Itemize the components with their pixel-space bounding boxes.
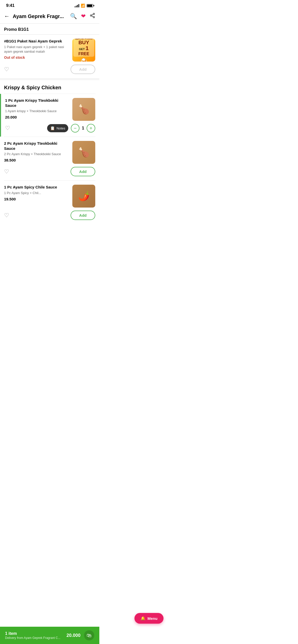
menu-item-krispy1-text: 1 Pc Ayam Krispy Tteokbokki Sauce 1 Ayam… [5,98,69,121]
notes-button[interactable]: 📋 Notes [47,124,68,132]
header: ← Ayam Geprek Fragr... 🔍 ❤ [0,10,99,23]
menu-item-b1g1-title: #B1G1 Paket Nasi Ayam Geprek [4,39,69,44]
menu-item-krispy2: 2 Pc Ayam Krispy Tteokbokki Sauce 2 Pc A… [0,137,99,180]
share-icon[interactable] [90,13,95,20]
b1g1-like-button[interactable]: ♡ [4,66,9,73]
promo-section-label: Promo B1G1 [0,24,99,34]
menu-item-krispy2-text: 2 Pc Ayam Krispy Tteokbokki Sauce 2 Pc A… [4,141,69,164]
krispy2-food-emoji: 🍗 [78,147,90,158]
menu-item-b1g1: #B1G1 Paket Nasi Ayam Geprek 1 Paket nas… [0,35,99,78]
menu-item-krispy1-content: 1 Pc Ayam Krispy Tteokbokki Sauce 1 Ayam… [5,98,95,121]
status-icons: 📶 [75,4,93,8]
b1g1-actions: ♡ Add [4,65,95,74]
section-divider [0,78,99,80]
page-title: Ayam Geprek Fragr... [13,13,70,19]
spicy-add-button[interactable]: Add [71,211,95,220]
signal-icon [75,4,79,7]
krispy2-add-button[interactable]: Add [71,167,95,176]
notes-icon: 📋 [50,126,55,130]
qty-increase-button[interactable]: + [87,124,95,133]
menu-item-spicy-price: 19.500 [4,197,69,201]
b1g1-promo-image: Special Promo BUY GET 1 FREE 🍛 [72,39,95,62]
krispy1-image: 🍗 [72,98,95,121]
menu-item-spicy-text: 1 Pc Ayam Spicy Chile Sauce 1 Pc Ayam Sp… [4,185,69,208]
back-button[interactable]: ← [4,13,10,20]
krispy-section-header: Krispy & Spicy Chicken [0,80,99,94]
qty-decrease-button[interactable]: − [71,124,79,133]
spicy-image: 🌶️ [72,185,95,208]
svg-line-4 [92,14,93,15]
out-of-stock-label: Out of stock [4,55,69,60]
spicy-food-emoji: 🌶️ [78,191,90,201]
menu-item-krispy1-title: 1 Pc Ayam Krispy Tteokbokki Sauce [5,98,69,108]
krispy1-qty-controls: 📋 Notes − 1 + [47,124,95,133]
krispy1-like-button[interactable]: ♡ [5,125,10,131]
menu-item-krispy2-price: 38.500 [4,158,69,162]
wifi-icon: 📶 [81,4,85,8]
menu-item-b1g1-desc: 1 Paket nasi ayam geprek + 1 paket nasi … [4,45,69,54]
menu-item-spicy-title: 1 Pc Ayam Spicy Chile Sauce [4,185,69,190]
krispy2-actions: ♡ Add [4,167,95,176]
notes-label: Notes [57,126,65,130]
menu-item-krispy1-price: 20.000 [5,115,69,119]
favorite-icon[interactable]: ❤ [81,13,86,20]
krispy2-image: 🍗 [72,141,95,164]
spicy-like-button[interactable]: ♡ [4,212,9,219]
menu-item-b1g1-content: #B1G1 Paket Nasi Ayam Geprek 1 Paket nas… [4,39,95,62]
krispy1-food-emoji: 🍗 [78,104,90,115]
menu-item-krispy2-title: 2 Pc Ayam Krispy Tteokbokki Sauce [4,141,69,151]
krispy2-like-button[interactable]: ♡ [4,168,9,175]
status-time: 9:41 [6,3,15,8]
menu-item-krispy2-desc: 2 Pc Ayam Krispy + Theokbokki Sauce [4,152,69,156]
battery-icon [87,4,93,7]
menu-item-krispy1-desc: 1 Ayam krispy + Theokbokki Sauce [5,109,69,113]
menu-item-krispy1: 1 Pc Ayam Krispy Tteokbokki Sauce 1 Ayam… [0,94,99,137]
menu-item-spicy: 1 Pc Ayam Spicy Chile Sauce 1 Pc Ayam Sp… [0,181,99,245]
menu-item-krispy2-content: 2 Pc Ayam Krispy Tteokbokki Sauce 2 Pc A… [4,141,95,164]
b1g1-add-button[interactable]: Add [71,65,95,74]
search-icon[interactable]: 🔍 [70,13,77,20]
menu-item-b1g1-text: #B1G1 Paket Nasi Ayam Geprek 1 Paket nas… [4,39,69,62]
status-bar: 9:41 📶 [0,0,99,10]
krispy1-actions: ♡ 📋 Notes − 1 + [5,124,95,133]
menu-item-spicy-content: 1 Pc Ayam Spicy Chile Sauce 1 Pc Ayam Sp… [4,185,95,208]
svg-line-3 [92,16,93,17]
spicy-actions: ♡ Add [4,211,95,220]
header-actions: 🔍 ❤ [70,13,95,20]
menu-item-spicy-desc: 1 Pc Ayam Spicy + Chil... [4,191,69,195]
qty-value: 1 [79,126,87,130]
